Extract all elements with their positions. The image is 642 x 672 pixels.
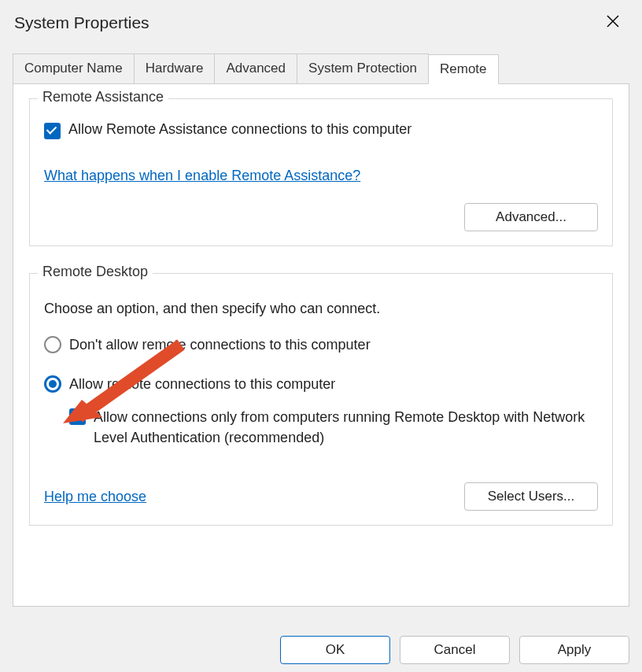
tab-remote[interactable]: Remote	[428, 54, 499, 84]
radio-dont-allow[interactable]	[44, 336, 61, 353]
radio-dont-allow-row: Don't allow remote connections to this c…	[44, 336, 598, 353]
allow-remote-assistance-checkbox[interactable]	[44, 123, 61, 139]
titlebar: System Properties	[0, 0, 642, 42]
dialog-button-row: OK Cancel Apply	[280, 636, 629, 664]
remote-assistance-help-link[interactable]: What happens when I enable Remote Assist…	[44, 168, 360, 184]
nla-checkbox-row: Allow connections only from computers ru…	[69, 407, 598, 448]
radio-allow-label: Allow remote connections to this compute…	[69, 376, 335, 393]
radio-dont-allow-label: Don't allow remote connections to this c…	[69, 337, 371, 353]
radio-allow-row: Allow remote connections to this compute…	[44, 375, 598, 393]
remote-desktop-bottom-row: Help me choose Select Users...	[44, 482, 598, 511]
advanced-button-row: Advanced...	[44, 203, 598, 231]
remote-assistance-legend: Remote Assistance	[38, 89, 168, 105]
remote-desktop-group: Remote Desktop Choose an option, and the…	[29, 273, 613, 526]
allow-remote-assistance-label: Allow Remote Assistance connections to t…	[68, 121, 411, 138]
advanced-button[interactable]: Advanced...	[464, 203, 598, 231]
window-title: System Properties	[14, 13, 149, 32]
tab-computer-name[interactable]: Computer Name	[13, 54, 135, 83]
cancel-button[interactable]: Cancel	[400, 636, 510, 664]
tab-advanced[interactable]: Advanced	[214, 54, 297, 83]
apply-button[interactable]: Apply	[519, 636, 629, 664]
ok-button[interactable]: OK	[280, 636, 390, 664]
remote-assistance-group: Remote Assistance Allow Remote Assistanc…	[29, 98, 613, 246]
system-properties-window: System Properties Computer Name Hardware…	[0, 0, 642, 672]
nla-checkbox-label: Allow connections only from computers ru…	[94, 407, 598, 448]
tab-content: Remote Assistance Allow Remote Assistanc…	[13, 84, 629, 607]
remote-desktop-instruction: Choose an option, and then specify who c…	[44, 301, 598, 317]
radio-allow[interactable]	[44, 375, 61, 393]
tab-strip: Computer Name Hardware Advanced System P…	[13, 54, 629, 84]
close-icon[interactable]	[598, 9, 628, 36]
help-me-choose-link[interactable]: Help me choose	[44, 489, 146, 505]
select-users-button[interactable]: Select Users...	[464, 482, 598, 511]
nla-checkbox[interactable]	[69, 408, 86, 425]
allow-remote-assistance-row: Allow Remote Assistance connections to t…	[44, 121, 598, 139]
tab-system-protection[interactable]: System Protection	[297, 54, 429, 83]
tab-hardware[interactable]: Hardware	[134, 54, 216, 83]
remote-desktop-legend: Remote Desktop	[38, 264, 153, 280]
